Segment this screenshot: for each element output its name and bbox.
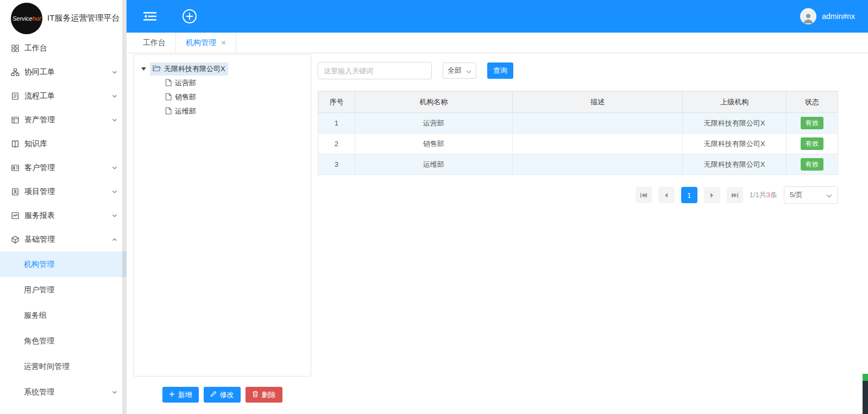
- tree-node-child[interactable]: 运维部: [139, 104, 305, 118]
- search-toolbar: 全部 查询: [318, 62, 838, 79]
- tree-child-text: 运营部: [175, 78, 196, 88]
- sidebar-item-customer-mgmt[interactable]: 客户管理: [0, 156, 127, 180]
- search-input[interactable]: [318, 62, 432, 79]
- table-header-row: 序号 机构名称 描述 上级机构 状态: [318, 91, 838, 113]
- main-area: admin#nx 工作台 机构管理 无限科技有限公司X: [127, 0, 868, 414]
- user-menu[interactable]: admin#nx: [800, 8, 855, 24]
- logo-text-hot: hot: [33, 15, 41, 22]
- chevron-down-icon: [111, 389, 118, 396]
- edit-button[interactable]: 修改: [204, 387, 241, 403]
- app-root: Servicehot IT服务运营管理平台 工作台 协同工单 流程工单 资产管理: [0, 0, 868, 414]
- add-button[interactable]: 新增: [162, 387, 199, 403]
- sidebar-item-project-mgmt[interactable]: 项目管理: [0, 180, 127, 204]
- delete-button-label: 删除: [262, 390, 276, 400]
- sidebar-item-knowledge-base[interactable]: 知识库: [0, 132, 127, 156]
- sidebar-subitem-user-mgmt[interactable]: 用户管理: [0, 277, 127, 303]
- sidebar-item-label: 流程工单: [24, 91, 111, 101]
- tree-node-root[interactable]: 无限科技有限公司X: [139, 62, 305, 76]
- tab-label: 机构管理: [186, 38, 216, 48]
- cell-desc: [512, 154, 683, 175]
- status-filter-value: 全部: [448, 66, 462, 76]
- sidebar-item-label: 工作台: [24, 43, 118, 53]
- tree-child-text: 运维部: [175, 106, 196, 116]
- col-header-name: 机构名称: [355, 91, 512, 113]
- sidebar-item-service-reports[interactable]: 服务报表: [0, 204, 127, 228]
- project-doc-icon: [11, 187, 20, 196]
- menu-fold-icon[interactable]: [143, 11, 157, 22]
- cell-parent: 无限科技有限公司X: [683, 134, 787, 154]
- sidebar-item-process-tickets[interactable]: 流程工单: [0, 84, 127, 108]
- sidebar-item-base-mgmt[interactable]: 基础管理: [0, 228, 127, 252]
- cell-status: 有效: [787, 154, 838, 175]
- plus-circle-icon[interactable]: [182, 9, 197, 24]
- page-size-select[interactable]: 5/页: [784, 186, 838, 204]
- summary-suffix: 条: [770, 191, 777, 199]
- close-icon[interactable]: [221, 40, 226, 45]
- status-badge: 有效: [801, 158, 823, 171]
- add-button-label: 新增: [178, 390, 192, 400]
- grid-icon: [11, 44, 20, 53]
- cell-name: 销售部: [355, 134, 512, 154]
- sidebar-item-label: 服务报表: [24, 211, 111, 221]
- sidebar-subitem-optime-mgmt[interactable]: 运营时间管理: [0, 354, 127, 379]
- cube-icon: [11, 235, 20, 244]
- prev-page-button[interactable]: [658, 187, 675, 203]
- sidebar-item-asset-mgmt[interactable]: 资产管理: [0, 108, 127, 132]
- sidebar-scrollbar[interactable]: [122, 0, 127, 414]
- pagination: 1 1/1共3条 5/页: [318, 186, 838, 204]
- table-row[interactable]: 2 销售部 无限科技有限公司X 有效: [318, 134, 838, 154]
- sidebar-subitem-label: 运营时间管理: [24, 362, 118, 372]
- app-title: IT服务运营管理平台: [47, 13, 119, 23]
- cell-no: 3: [318, 154, 355, 175]
- tree-child-text: 销售部: [175, 92, 196, 102]
- query-button[interactable]: 查询: [487, 62, 513, 79]
- tree-node-label[interactable]: 无限科技有限公司X: [150, 62, 228, 76]
- caret-down-icon[interactable]: [141, 67, 146, 71]
- status-filter-select[interactable]: 全部: [443, 62, 476, 79]
- org-tree-panel: 无限科技有限公司X 运营部 销售部 运维部: [133, 54, 311, 377]
- cell-parent: 无限科技有限公司X: [683, 113, 787, 134]
- sidebar-item-collab-tickets[interactable]: 协同工单: [0, 60, 127, 84]
- status-badge: 有效: [801, 137, 823, 150]
- sidebar-subitem-service-group[interactable]: 服务组: [0, 303, 127, 328]
- sidebar-item-label: 客户管理: [24, 163, 111, 173]
- sidebar-item-workbench[interactable]: 工作台: [0, 36, 127, 60]
- chart-icon: [11, 211, 20, 220]
- sidebar-subitem-role-mgmt[interactable]: 角色管理: [0, 328, 127, 354]
- document-list-icon: [11, 92, 20, 101]
- chevron-down-icon: [111, 117, 118, 123]
- page-scrollbar[interactable]: [863, 374, 868, 414]
- table-row[interactable]: 3 运维部 无限科技有限公司X 有效: [318, 154, 838, 175]
- chevron-down-icon: [826, 191, 832, 199]
- col-header-desc: 描述: [512, 91, 683, 113]
- sidebar-subitem-label: 系统管理: [24, 387, 111, 397]
- sidebar-subitem-label: 机构管理: [24, 260, 118, 269]
- sidebar-subitem-system-mgmt[interactable]: 系统管理: [0, 379, 127, 405]
- sidebar-item-label: 资产管理: [24, 115, 111, 125]
- table-row[interactable]: 1 运营部 无限科技有限公司X 有效: [318, 113, 838, 134]
- tree-node-child[interactable]: 运营部: [139, 76, 305, 90]
- current-page-button[interactable]: 1: [681, 187, 697, 203]
- content-area: 无限科技有限公司X 运营部 销售部 运维部: [127, 53, 868, 414]
- folder-icon: [153, 65, 161, 73]
- status-badge: 有效: [801, 117, 823, 129]
- col-header-no: 序号: [318, 91, 355, 113]
- cell-status: 有效: [787, 134, 838, 154]
- next-page-button[interactable]: [704, 187, 720, 203]
- sidebar-menu: 工作台 协同工单 流程工单 资产管理 知识库: [0, 36, 127, 405]
- user-avatar-icon: [800, 8, 816, 24]
- chevron-down-icon: [111, 212, 118, 219]
- cell-name: 运维部: [355, 154, 512, 175]
- last-page-button[interactable]: [727, 187, 743, 203]
- first-page-button[interactable]: [636, 187, 652, 203]
- tree-node-child[interactable]: 销售部: [139, 90, 305, 104]
- sidebar-subitem-org-mgmt[interactable]: 机构管理: [0, 252, 127, 277]
- sidebar-item-label: 基础管理: [24, 235, 111, 244]
- cell-name: 运营部: [355, 113, 512, 134]
- ledger-icon: [11, 116, 20, 124]
- tab-workbench[interactable]: 工作台: [133, 33, 176, 53]
- delete-button[interactable]: 删除: [246, 387, 282, 403]
- tab-org-mgmt[interactable]: 机构管理: [176, 33, 236, 53]
- plus-icon: [169, 391, 175, 399]
- book-icon: [11, 140, 20, 148]
